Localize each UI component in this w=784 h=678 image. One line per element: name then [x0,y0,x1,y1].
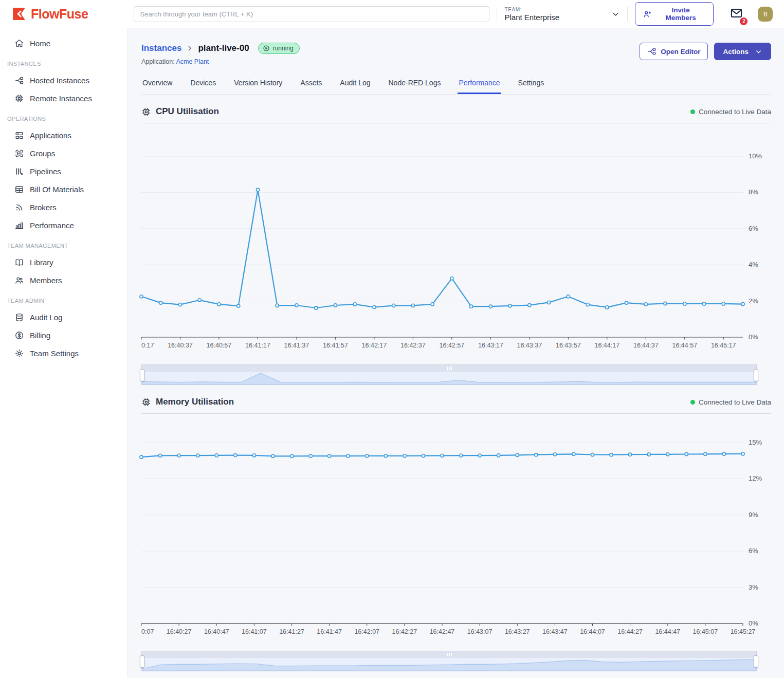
sidebar-item-bill-of-materials[interactable]: Bill Of Materials [0,180,127,198]
search-input[interactable] [134,6,490,22]
cpu-data-point [217,303,221,306]
sidebar-section-title: INSTANCES [0,52,127,71]
tab-assets[interactable]: Assets [299,75,323,94]
cpu-data-point [586,303,589,306]
cpu-navigator-handle-left[interactable] [140,369,144,381]
tab-node-red-logs[interactable]: Node-RED Logs [388,75,442,94]
cpu-data-point [683,302,686,305]
instance-tabs: Overview Devices Version History Assets … [141,75,771,95]
billing-icon [14,331,24,340]
team-selector[interactable]: TEAM: Plant Enterprise [504,7,620,22]
chip-icon [141,397,151,407]
memory-data-point [478,454,481,457]
memory-data-point [441,454,444,457]
x-axis-label: 16:40:27 [167,628,192,635]
sidebar-item-hosted-instances[interactable]: Hosted Instances [0,71,127,89]
sidebar-section-title: TEAM MANAGEMENT [0,234,127,253]
sidebar-item-audit-log[interactable]: Audit Log [0,308,127,326]
tab-settings[interactable]: Settings [517,75,545,94]
cpu-navigator-handle-right[interactable] [754,369,758,381]
x-axis-label: 16:45:27 [731,628,756,635]
y-axis-label: 10% [749,152,762,160]
separator [497,7,497,21]
sidebar-item-performance[interactable]: Performance [0,216,127,234]
cpu-chart: 0:1716:40:3716:40:5716:41:1716:41:3716:4… [141,132,771,352]
flowfuse-logo-icon [11,6,27,22]
sidebar-item-label: Brokers [30,203,57,212]
y-axis-label: 15% [749,438,762,446]
x-axis-label: 16:41:17 [245,342,270,349]
cpu-data-point [140,295,143,298]
cpu-navigator-area [142,373,756,384]
sidebar-item-applications[interactable]: Applications [0,126,127,144]
tab-devices[interactable]: Devices [189,75,217,94]
cpu-x-axis-labels: 0:1716:40:3716:40:5716:41:1716:41:3716:4… [141,340,743,352]
hosted-instances-icon [14,76,24,85]
sidebar-item-home[interactable]: Home [0,34,127,52]
page-header-left: Instances plant-live-00 running Applicat… [141,43,300,65]
cpu-section-title: CPU Utilisation [141,106,219,117]
cpu-navigator-svg [142,372,756,384]
sidebar-item-members[interactable]: Members [0,271,127,289]
sidebar-item-pipelines[interactable]: Pipelines [0,162,127,180]
memory-data-point [722,452,725,455]
invite-members-button[interactable]: Invite Members [635,2,714,26]
y-axis-label: 0% [749,619,758,627]
memory-navigator-handle-left[interactable] [140,655,144,668]
sidebar-item-label: Remote Instances [30,94,92,103]
cpu-data-point [198,299,201,302]
tab-performance[interactable]: Performance [458,75,501,94]
cpu-data-point [276,304,279,307]
cpu-section-header: CPU Utilisation Connected to Live Data [141,106,771,117]
sidebar-item-groups[interactable]: Groups [0,144,127,162]
application-link[interactable]: Acme Plant [176,58,209,65]
sidebar-item-team-settings[interactable]: Team Settings [0,344,127,362]
x-axis-label: 16:40:37 [168,342,193,349]
separator [721,7,721,21]
x-axis-label: 16:44:37 [633,342,659,349]
sidebar-item-label: Library [30,258,53,267]
memory-live-status-label: Connected to Live Data [699,398,771,406]
x-axis-label: 16:44:47 [655,628,680,635]
tab-version-history[interactable]: Version History [233,75,283,94]
cpu-data-point [702,302,705,305]
sidebar-item-library[interactable]: Library [0,253,127,271]
sidebar-item-label: Bill Of Materials [30,185,84,194]
sidebar-item-brokers[interactable]: Brokers [0,198,127,216]
cpu-range-navigator[interactable] [141,364,757,385]
open-editor-button[interactable]: Open Editor [640,43,708,60]
avatar[interactable]: fl [758,7,773,22]
sidebar-item-remote-instances[interactable]: Remote Instances [0,89,127,107]
live-dot-icon [690,400,695,405]
x-axis-label: 16:43:57 [556,342,581,349]
x-axis-label: 16:40:47 [204,628,229,635]
cpu-navigator-grip[interactable] [142,365,756,372]
sidebar-item-billing[interactable]: Billing [0,326,127,344]
tab-overview[interactable]: Overview [141,75,173,94]
memory-data-point [535,453,538,456]
memory-data-point [610,453,613,456]
y-axis-label: 2% [749,297,758,305]
memory-data-point [553,453,556,456]
memory-data-point [647,453,650,456]
x-axis-label: 16:43:17 [478,342,503,349]
breadcrumb-instances-link[interactable]: Instances [141,43,181,53]
sidebar-item-label: Members [30,276,62,285]
memory-range-navigator[interactable] [141,651,757,671]
cpu-data-point [334,304,337,307]
notifications-button[interactable]: 2 [730,6,743,22]
editor-icon [647,47,657,56]
memory-navigator-grip[interactable] [142,651,756,658]
flowfuse-logo[interactable]: FlowFuse [11,6,134,22]
tab-audit-log[interactable]: Audit Log [339,75,371,94]
brokers-icon [14,203,24,212]
sidebar-item-label: Applications [30,131,71,140]
chevron-down-icon [611,10,620,19]
actions-button[interactable]: Actions [714,43,771,60]
memory-navigator-handle-right[interactable] [754,655,758,668]
memory-navigator-svg [142,658,756,671]
memory-section-header: Memory Utilisation Connected to Live Dat… [141,397,771,407]
chevron-down-icon [755,48,762,56]
x-axis-label: 16:44:27 [617,628,643,635]
x-axis-label: 16:40:57 [207,342,232,349]
